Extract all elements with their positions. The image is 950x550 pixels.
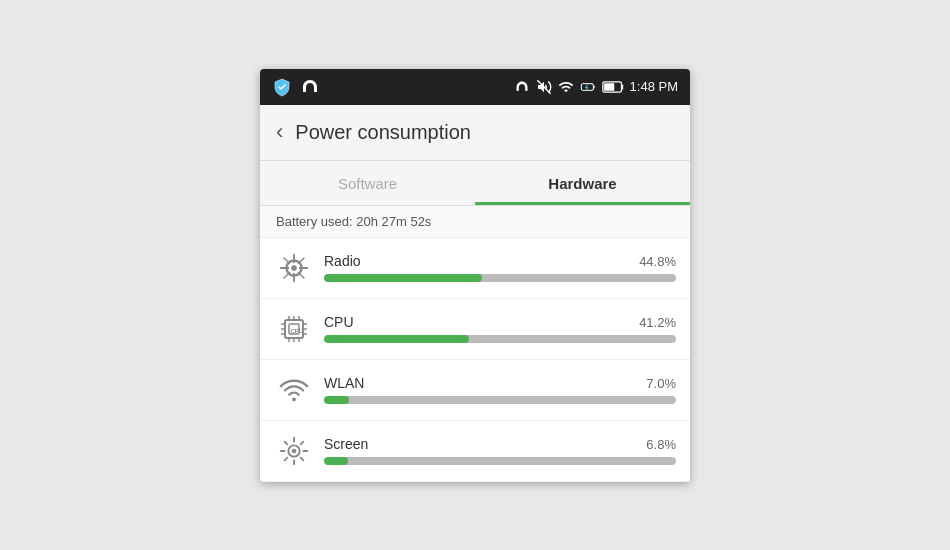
svg-point-28 [292, 397, 296, 401]
power-item-radio: Radio 44.8% [260, 238, 690, 299]
screen-label: Screen [324, 436, 368, 452]
status-left-icons [272, 77, 320, 97]
svg-rect-8 [621, 84, 623, 89]
cpu-percent: 41.2% [639, 315, 676, 330]
screen-percent: 6.8% [646, 437, 676, 452]
svg-point-30 [292, 448, 297, 453]
status-bar: 1:48 PM [260, 69, 690, 105]
tab-bar: Software Hardware [260, 161, 690, 206]
cpu-icon: CPU [274, 309, 314, 349]
radio-bar-fill [324, 274, 482, 282]
screen-bar-bg [324, 457, 676, 465]
battery-charge-icon [580, 79, 596, 95]
power-item-wlan: WLAN 7.0% [260, 360, 690, 421]
wlan-bar-fill [324, 396, 349, 404]
radio-percent: 44.8% [639, 254, 676, 269]
shield-icon [272, 77, 292, 97]
svg-line-38 [285, 457, 288, 460]
status-time: 1:48 PM [630, 79, 678, 94]
cpu-bar-bg [324, 335, 676, 343]
back-button[interactable]: ‹ [276, 119, 283, 145]
status-right-icons: 1:48 PM [514, 79, 678, 95]
wlan-bar-bg [324, 396, 676, 404]
wlan-content: WLAN 7.0% [324, 375, 676, 404]
mute-icon [536, 79, 552, 95]
phone-container: 1:48 PM ‹ Power consumption Software Har… [260, 69, 690, 482]
headphone-small-icon [514, 80, 530, 94]
screen-bar-fill [324, 457, 348, 465]
cpu-label: CPU [324, 314, 354, 330]
battery-info: Battery used: 20h 27m 52s [260, 206, 690, 238]
svg-point-11 [291, 265, 297, 271]
wlan-label: WLAN [324, 375, 364, 391]
radio-content: Radio 44.8% [324, 253, 676, 282]
svg-rect-3 [525, 88, 527, 90]
cpu-content: CPU 41.2% [324, 314, 676, 343]
tab-software[interactable]: Software [260, 161, 475, 205]
svg-rect-6 [593, 85, 594, 88]
svg-rect-2 [516, 88, 518, 90]
battery-icon [602, 80, 624, 94]
radio-label: Radio [324, 253, 361, 269]
wlan-icon [274, 370, 314, 410]
wifi-status-icon [558, 79, 574, 95]
svg-rect-1 [315, 89, 317, 92]
power-items-list: Radio 44.8% CPU [260, 238, 690, 482]
power-item-cpu: CPU CPU [260, 299, 690, 360]
radio-bar-bg [324, 274, 676, 282]
svg-line-36 [301, 457, 304, 460]
svg-text:CPU: CPU [291, 328, 304, 334]
page-title: Power consumption [295, 121, 471, 144]
tab-hardware[interactable]: Hardware [475, 161, 690, 205]
screen-content: Screen 6.8% [324, 436, 676, 465]
headphone-icon [300, 78, 320, 96]
wlan-percent: 7.0% [646, 376, 676, 391]
screen-icon [274, 431, 314, 471]
radio-icon [274, 248, 314, 288]
svg-line-37 [301, 441, 304, 444]
svg-rect-9 [604, 83, 614, 91]
svg-rect-0 [303, 89, 305, 92]
cpu-bar-fill [324, 335, 469, 343]
svg-line-35 [285, 441, 288, 444]
app-header: ‹ Power consumption [260, 105, 690, 161]
power-item-screen: Screen 6.8% [260, 421, 690, 482]
